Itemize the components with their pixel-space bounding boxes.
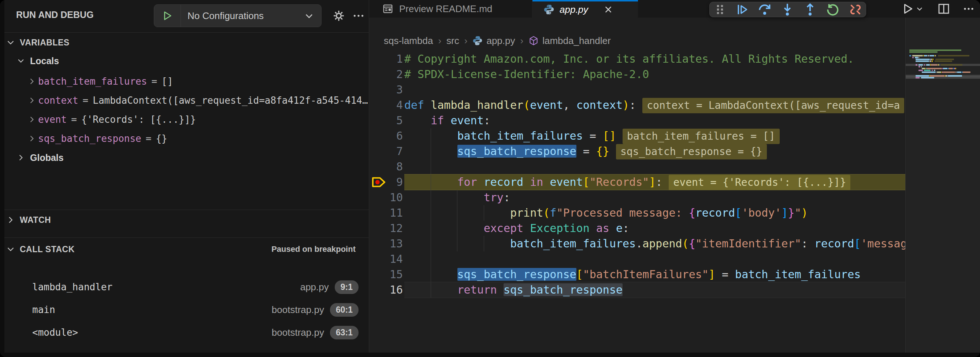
minimap-token (918, 66, 920, 67)
code-line[interactable]: batch_item_failures.append({"itemIdentif… (404, 236, 906, 252)
line-number[interactable]: 1 (369, 51, 404, 67)
variables-section-header[interactable]: VARIABLES (5, 34, 369, 51)
minimap-token (932, 70, 933, 71)
equals-sign: = (146, 133, 152, 144)
code-token: : (504, 191, 510, 204)
code-line[interactable]: batch_item_failures = []batch_item_failu… (404, 128, 906, 144)
line-number[interactable]: 12 (369, 221, 404, 236)
code-line[interactable] (404, 252, 906, 267)
breadcrumb-item-lambda-handler[interactable]: lambda_handler (528, 35, 611, 46)
minimap-token (930, 59, 932, 60)
code-token (404, 191, 484, 204)
code-token: # SPDX-License-Identifier: Apache-2.0 (404, 68, 649, 81)
code-line[interactable]: # SPDX-License-Identifier: Apache-2.0 (404, 67, 906, 82)
line-number[interactable]: 10 (369, 190, 404, 205)
grip-icon[interactable] (713, 3, 726, 16)
code-line[interactable]: sqs_batch_response = {}sqs_batch_respons… (404, 144, 906, 159)
code-line[interactable]: sqs_batch_response["batchItemFailures"] … (404, 267, 906, 282)
call-stack-frame[interactable]: lambda_handlerapp.py9:1 (5, 276, 369, 298)
line-number[interactable]: 5 (369, 113, 404, 128)
minimap-token (912, 55, 923, 56)
code-line[interactable]: for record in event["Records"]:event = {… (404, 174, 906, 190)
watch-section-header[interactable]: WATCH (5, 211, 369, 229)
variable-row[interactable]: sqs_batch_response={} (5, 129, 390, 148)
restart-icon[interactable] (826, 3, 839, 16)
line-number[interactable]: 4 (369, 97, 404, 113)
start-debug-button[interactable] (154, 5, 181, 27)
minimap[interactable] (905, 18, 980, 352)
minimap-token (943, 68, 947, 69)
line-number[interactable]: 15 (369, 267, 404, 282)
minimap-token (957, 72, 961, 73)
minimap-token (943, 72, 955, 73)
tab-app-py[interactable]: app.py (533, 0, 638, 18)
code-line[interactable]: # Copyright Amazon.com, Inc. or its affi… (404, 51, 906, 67)
variable-row[interactable]: event={'Records': [{...}]} (5, 110, 390, 129)
code-line[interactable] (404, 159, 906, 174)
code-line[interactable]: print(f"Processed message: {record['body… (404, 205, 906, 221)
globals-node[interactable]: Globals (5, 148, 379, 167)
breadcrumb-item-sqs-lambda[interactable]: sqs-lambda (384, 35, 433, 46)
code-token: if (431, 114, 444, 127)
code-line[interactable]: except Exception as e: (404, 221, 906, 236)
code-token: append (642, 237, 682, 250)
variable-name: context (38, 95, 78, 106)
ellipsis-icon[interactable] (961, 1, 976, 16)
variable-row[interactable]: context=LambdaContext([aws_request_id=a8… (5, 91, 390, 110)
line-number[interactable]: 3 (369, 82, 404, 97)
code-token: batch_item_failures (735, 268, 861, 281)
vscode-window: RUN AND DEBUG No Configurations (0, 0, 980, 357)
code-line[interactable]: try: (404, 190, 906, 205)
gear-icon[interactable] (330, 7, 347, 24)
step-out-icon[interactable] (803, 3, 817, 16)
code-token: ] (649, 175, 655, 188)
run-python-button[interactable] (899, 1, 926, 16)
minimap-token (909, 55, 911, 56)
indent-guide (431, 221, 431, 236)
call-stack-frame[interactable]: <module>bootstrap.py63:1 (5, 321, 369, 344)
code-line[interactable] (404, 82, 906, 97)
chevron-down-icon (297, 11, 321, 21)
code-line[interactable]: def lambda_handler(event, context):conte… (404, 97, 906, 113)
config-dropdown[interactable]: No Configurations (181, 10, 297, 22)
tab-preview-readme[interactable]: Preview README.md (369, 0, 533, 18)
line-number[interactable]: 13 (369, 236, 404, 252)
line-number[interactable]: 11 (369, 205, 404, 221)
code-editor[interactable]: 12345678910111213141516 # Copyright Amaz… (369, 51, 906, 352)
chevron-down-icon (916, 5, 924, 13)
variable-value: {'Records': [{...}]} (81, 114, 196, 125)
line-number[interactable]: 7 (369, 144, 404, 159)
locals-node[interactable]: Locals (5, 51, 379, 70)
split-editor-icon[interactable] (936, 1, 951, 16)
frame-line-badge: 60:1 (330, 303, 358, 317)
line-number[interactable]: 14 (369, 252, 404, 267)
line-number[interactable]: 6 (369, 128, 404, 144)
editor-tab-bar: Preview README.md app.py (369, 0, 980, 18)
code-line[interactable]: if event: (404, 113, 906, 128)
ellipsis-icon[interactable] (350, 7, 367, 24)
call-stack-frame[interactable]: mainbootstrap.py60:1 (5, 298, 369, 321)
step-over-icon[interactable] (758, 3, 771, 16)
indent-guide (431, 282, 431, 298)
code-token: record (815, 237, 854, 250)
breadcrumb-item-app-py[interactable]: app.py (473, 35, 515, 46)
launch-config-control[interactable]: No Configurations (154, 5, 321, 27)
symbol-module-icon (528, 35, 539, 46)
code-token: return (457, 283, 497, 296)
line-number[interactable]: 2 (369, 67, 404, 82)
code-line[interactable]: return sqs_batch_response (404, 282, 906, 298)
call-stack-section-header[interactable]: CALL STACK Paused on breakpoint (5, 241, 369, 258)
line-number[interactable]: 8 (369, 159, 404, 174)
continue-icon[interactable] (736, 3, 749, 16)
variable-row[interactable]: batch_item_failures=[] (5, 72, 390, 91)
breadcrumb-item-src[interactable]: src (446, 35, 459, 46)
step-into-icon[interactable] (781, 3, 794, 16)
minimap-token (922, 72, 936, 73)
code-token: 'body' (741, 206, 781, 219)
disconnect-icon[interactable] (849, 3, 862, 16)
line-number[interactable]: 16 (369, 282, 404, 298)
python-icon (544, 4, 554, 15)
breakpoint-arrow-icon[interactable] (371, 174, 387, 190)
breadcrumb-separator: › (465, 35, 468, 46)
close-icon[interactable] (603, 5, 613, 14)
